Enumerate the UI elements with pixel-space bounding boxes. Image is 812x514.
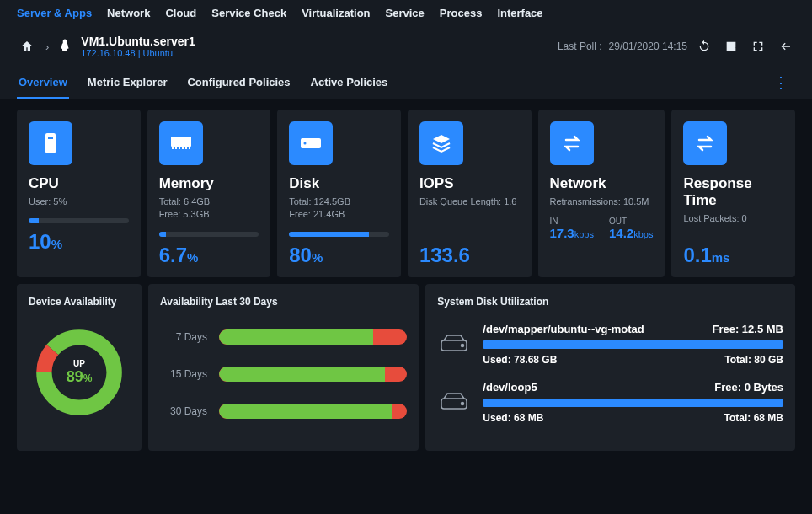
iops-card: IOPS Disk Queue Length: 1.6 133.6: [408, 110, 532, 277]
nav-interface[interactable]: Interface: [497, 7, 542, 19]
disk-icon: [289, 121, 333, 165]
disk-used-1: Used: 68 MB: [483, 412, 543, 424]
network-sub: Retransmissions: 10.5M: [550, 195, 654, 208]
stat-row: CPU User: 5% 10% Memory Total: 6.4GBFree…: [17, 110, 795, 277]
disk-bar-0: [483, 340, 783, 349]
disk-total: Total: 124.5GB: [289, 196, 350, 206]
cpu-title: CPU: [29, 175, 129, 192]
net-in-label: IN: [550, 217, 594, 226]
memory-title: Memory: [159, 175, 259, 192]
nav-service[interactable]: Service: [386, 7, 425, 19]
memory-icon: [159, 121, 203, 165]
disk-util-row-1: /dev/loop5Free: 0 Bytes Used: 68 MBTotal…: [437, 381, 783, 424]
memory-value: 6.7: [159, 244, 187, 266]
cpu-value: 10: [29, 230, 51, 253]
net-out-label: OUT: [609, 217, 653, 226]
iops-icon: [419, 121, 463, 165]
avail-label-30: 30 Days: [160, 405, 207, 417]
cpu-sub: User: 5%: [29, 195, 129, 208]
breadcrumb-bar: › VM1.Ubuntu.server1 172.16.10.48 | Ubun…: [0, 26, 812, 67]
device-availability-card: Device Availability UP 89%: [17, 284, 142, 451]
availability-30days-title: Availability Last 30 Days: [160, 296, 407, 308]
drive-icon: [437, 385, 471, 419]
home-icon[interactable]: [17, 36, 37, 56]
avail-row-30days: 30 Days: [160, 404, 407, 419]
nav-cloud[interactable]: Cloud: [165, 7, 196, 19]
disk-utilization-title: System Disk Utilization: [437, 296, 783, 308]
svg-point-8: [462, 345, 464, 347]
avail-row-7days: 7 Days: [160, 329, 407, 345]
avail-row-15days: 15 Days: [160, 367, 407, 382]
response-value: 0.1: [683, 244, 711, 266]
disk-total-1: Total: 68 MB: [724, 412, 783, 424]
avail-label-7: 7 Days: [160, 331, 207, 343]
image-icon[interactable]: [721, 36, 741, 56]
response-icon: [683, 121, 727, 165]
disk-util-row-0: /dev/mapper/ubuntu--vg-motadFree: 12.5 M…: [437, 323, 783, 366]
svg-rect-0: [45, 133, 56, 153]
nav-server-apps[interactable]: Server & Apps: [17, 7, 92, 19]
disk-card: Disk Total: 124.5GBFree: 21.4GB 80%: [277, 110, 401, 277]
net-in-value: 17.3: [550, 226, 574, 240]
iops-sub: Disk Queue Length: 1.6: [419, 195, 520, 208]
tab-configured-policies[interactable]: Configured Policies: [185, 67, 291, 99]
device-availability-title: Device Availability: [29, 296, 130, 308]
cpu-icon: [29, 121, 72, 165]
nav-process[interactable]: Process: [440, 7, 483, 19]
response-unit: ms: [712, 250, 730, 265]
response-sub: Lost Packets: 0: [683, 212, 783, 225]
network-icon: [550, 121, 594, 165]
disk-value: 80: [289, 244, 312, 266]
network-card: Network Retransmissions: 10.5M IN17.3kbp…: [538, 110, 665, 277]
sub-nav: Overview Metric Explorer Configured Poli…: [0, 67, 812, 99]
cpu-unit: %: [51, 237, 62, 251]
breadcrumb-subtitle: 172.16.10.48 | Ubuntu: [81, 48, 195, 58]
menu-dots-icon[interactable]: ⋮: [767, 67, 795, 99]
disk-path-1: /dev/loop5: [483, 381, 537, 394]
disk-bar-1: [483, 399, 783, 407]
drive-icon: [437, 327, 471, 361]
nav-virtualization[interactable]: Virtualization: [302, 7, 370, 19]
disk-path-0: /dev/mapper/ubuntu--vg-motad: [483, 323, 644, 335]
collapse-icon[interactable]: [775, 36, 795, 56]
disk-title: Disk: [289, 175, 389, 192]
disk-free-0: Free: 12.5 MB: [712, 323, 783, 335]
availability-30days-card: Availability Last 30 Days 7 Days 15 Days…: [148, 284, 419, 451]
memory-total: Total: 6.4GB: [159, 196, 211, 206]
nav-service-check[interactable]: Service Check: [211, 7, 286, 19]
disk-unit: %: [312, 250, 323, 265]
linux-icon: [57, 38, 72, 56]
memory-unit: %: [187, 250, 198, 265]
expand-icon[interactable]: [748, 36, 768, 56]
net-out-unit: kbps: [633, 229, 653, 239]
tab-overview[interactable]: Overview: [17, 67, 69, 99]
breadcrumb-title: VM1.Ubuntu.server1: [81, 35, 195, 48]
donut-percent: 89: [67, 368, 83, 385]
tab-active-policies[interactable]: Active Policies: [309, 67, 390, 99]
response-card: Response Time Lost Packets: 0 0.1ms: [671, 110, 795, 277]
disk-utilization-card: System Disk Utilization /dev/mapper/ubun…: [425, 284, 795, 451]
memory-free: Free: 5.3GB: [159, 209, 210, 219]
svg-point-10: [462, 403, 464, 405]
chevron-icon: ›: [45, 40, 49, 53]
donut-up-label: UP: [67, 359, 93, 368]
memory-card: Memory Total: 6.4GBFree: 5.3GB 6.7%: [147, 110, 271, 277]
svg-point-4: [304, 142, 307, 145]
disk-free-1: Free: 0 Bytes: [714, 381, 783, 394]
net-out-value: 14.2: [609, 226, 633, 240]
net-in-unit: kbps: [574, 229, 594, 239]
disk-free: Free: 21.4GB: [289, 209, 345, 219]
nav-network[interactable]: Network: [107, 7, 150, 19]
network-title: Network: [550, 175, 654, 192]
last-poll-label: Last Poll :: [558, 40, 602, 52]
cpu-card: CPU User: 5% 10%: [17, 110, 141, 277]
last-poll-time: 29/01/2020 14:15: [609, 40, 687, 52]
avail-label-15: 15 Days: [160, 368, 207, 380]
disk-total-0: Total: 80 GB: [724, 354, 783, 366]
svg-rect-1: [48, 137, 53, 139]
availability-donut: UP 89%: [33, 326, 126, 419]
refresh-icon[interactable]: [694, 36, 714, 56]
iops-title: IOPS: [419, 175, 520, 192]
response-title: Response Time: [683, 175, 783, 209]
tab-metric-explorer[interactable]: Metric Explorer: [86, 67, 169, 99]
